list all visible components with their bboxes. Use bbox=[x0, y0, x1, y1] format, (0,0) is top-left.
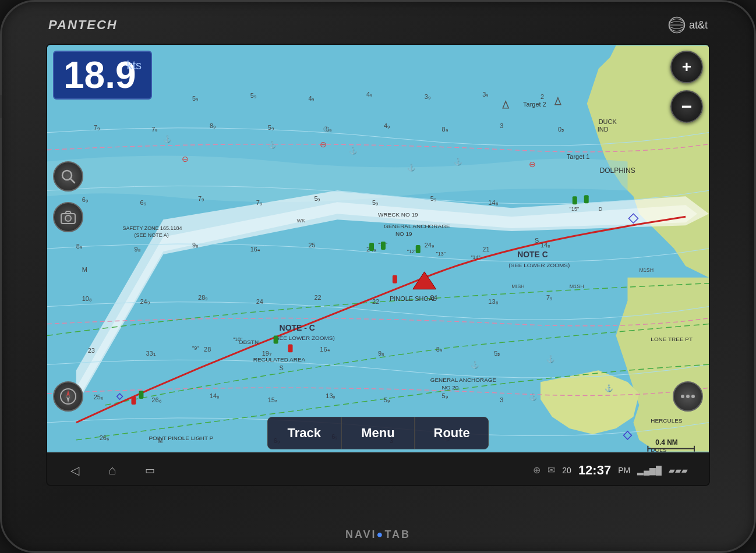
svg-text:NOTE C: NOTE C bbox=[517, 250, 548, 259]
svg-text:"15": "15" bbox=[570, 206, 579, 212]
svg-text:5₉: 5₉ bbox=[372, 199, 378, 206]
svg-text:2: 2 bbox=[540, 93, 544, 100]
track-button[interactable]: Track bbox=[267, 417, 341, 449]
route-button[interactable]: Route bbox=[415, 417, 489, 449]
svg-text:7₉: 7₉ bbox=[94, 124, 100, 131]
svg-text:23: 23 bbox=[88, 347, 95, 354]
svg-text:4₉: 4₉ bbox=[366, 91, 372, 98]
svg-rect-128 bbox=[274, 335, 278, 343]
android-navigation: ◁ ⌂ ▭ bbox=[70, 463, 155, 478]
battery-icon: ▰▰▰ bbox=[669, 466, 688, 475]
svg-text:15₂: 15₂ bbox=[268, 396, 277, 403]
screen: 5₉ 5₉ 5₉ 4₉ 4₉ 3₉ 3₉ 2 7₉ 7₉ 8₉ 5₉ 5₉ 4₉… bbox=[46, 44, 710, 486]
svg-text:(SEE LOWER ZOOMS): (SEE LOWER ZOOMS) bbox=[274, 335, 335, 341]
svg-text:10₈: 10₈ bbox=[82, 295, 92, 302]
svg-text:7₉: 7₉ bbox=[256, 199, 262, 206]
svg-text:24₉: 24₉ bbox=[140, 298, 149, 305]
svg-text:"10": "10" bbox=[233, 336, 242, 342]
svg-point-146 bbox=[65, 215, 71, 221]
svg-text:⚓: ⚓ bbox=[546, 355, 555, 363]
svg-text:⊕: ⊕ bbox=[323, 124, 330, 133]
svg-text:⚓: ⚓ bbox=[407, 163, 416, 172]
svg-rect-127 bbox=[584, 195, 589, 203]
svg-text:S: S bbox=[280, 364, 284, 371]
svg-text:DUCK: DUCK bbox=[599, 118, 617, 125]
svg-text:⚓: ⚓ bbox=[163, 134, 172, 143]
svg-point-151 bbox=[686, 395, 690, 398]
svg-text:⚓: ⚓ bbox=[529, 392, 538, 401]
svg-text:22: 22 bbox=[314, 294, 321, 301]
svg-point-150 bbox=[681, 395, 684, 398]
svg-text:8₉: 8₉ bbox=[76, 243, 82, 250]
home-button[interactable]: ⌂ bbox=[108, 463, 116, 478]
volume-button[interactable] bbox=[0, 95, 2, 118]
svg-text:22: 22 bbox=[372, 298, 379, 305]
menu-dots-button[interactable] bbox=[673, 381, 703, 412]
svg-text:5₉: 5₉ bbox=[442, 392, 448, 399]
svg-text:WK: WK bbox=[296, 218, 305, 224]
svg-text:4₉: 4₉ bbox=[384, 122, 390, 129]
svg-text:26₆: 26₆ bbox=[151, 396, 161, 403]
svg-rect-129 bbox=[139, 391, 143, 399]
svg-text:"12": "12" bbox=[407, 249, 416, 254]
svg-text:GENERAL ANCHORAGE: GENERAL ANCHORAGE bbox=[430, 377, 497, 383]
search-icon bbox=[60, 168, 76, 185]
svg-text:8₉: 8₉ bbox=[210, 122, 216, 129]
svg-text:14₈: 14₈ bbox=[540, 242, 550, 249]
map-area[interactable]: 5₉ 5₉ 5₉ 4₉ 4₉ 3₉ 3₉ 2 7₉ 7₉ 8₉ 5₉ 5₉ 4₉… bbox=[47, 45, 709, 452]
svg-text:WRECK  NO 19: WRECK NO 19 bbox=[378, 211, 418, 218]
dots-menu-icon bbox=[679, 388, 697, 405]
svg-text:5₉: 5₉ bbox=[430, 195, 436, 202]
svg-text:DOLPHINS: DOLPHINS bbox=[600, 166, 635, 175]
zoom-out-button[interactable]: − bbox=[670, 90, 703, 123]
svg-rect-124 bbox=[381, 242, 386, 250]
gps-icon: ⊕ bbox=[533, 465, 540, 476]
svg-text:⚓: ⚓ bbox=[268, 140, 277, 149]
svg-text:0.4 NM: 0.4 NM bbox=[655, 438, 678, 446]
svg-marker-148 bbox=[66, 390, 70, 396]
svg-text:REGULATED AREA: REGULATED AREA bbox=[253, 356, 306, 363]
svg-text:Target 2: Target 2 bbox=[523, 101, 546, 108]
svg-rect-130 bbox=[393, 275, 397, 283]
svg-text:25: 25 bbox=[308, 242, 315, 249]
back-button[interactable]: ◁ bbox=[70, 463, 79, 477]
speed-unit: kts bbox=[126, 59, 142, 72]
svg-rect-126 bbox=[573, 196, 577, 204]
svg-text:28₉: 28₉ bbox=[198, 294, 207, 301]
svg-text:9₈: 9₈ bbox=[134, 246, 140, 253]
svg-text:(SEE NOTE A): (SEE NOTE A) bbox=[134, 232, 168, 238]
android-nav-bar: ◁ ⌂ ▭ ⊕ ✉ 20 12:37 PM ▂▄▆█ ▰▰▰ bbox=[47, 452, 710, 486]
svg-text:16₄: 16₄ bbox=[250, 246, 260, 253]
svg-text:6₉: 6₉ bbox=[140, 199, 146, 206]
tablet-device: PANTECH at&t bbox=[0, 0, 756, 553]
menu-button[interactable]: Menu bbox=[341, 417, 415, 449]
svg-text:POINT PINOLE LIGHT P: POINT PINOLE LIGHT P bbox=[149, 435, 213, 441]
svg-rect-125 bbox=[416, 245, 421, 253]
clock: 12:37 bbox=[578, 463, 611, 478]
svg-text:5₉: 5₉ bbox=[192, 95, 198, 102]
svg-text:IND: IND bbox=[598, 126, 609, 133]
status-bar: ⊕ ✉ 20 12:37 PM ▂▄▆█ ▰▰▰ bbox=[533, 463, 688, 478]
svg-text:5₉: 5₉ bbox=[384, 396, 390, 403]
svg-point-152 bbox=[691, 395, 695, 398]
compass-button[interactable] bbox=[53, 381, 83, 412]
svg-text:SAFETY ZONE 165.1184: SAFETY ZONE 165.1184 bbox=[123, 225, 182, 231]
svg-text:13₈: 13₈ bbox=[326, 392, 335, 399]
svg-text:25₆: 25₆ bbox=[94, 394, 104, 400]
camera-button[interactable] bbox=[53, 202, 83, 232]
svg-text:HERCULES: HERCULES bbox=[651, 417, 683, 424]
svg-text:⚓: ⚓ bbox=[605, 384, 613, 392]
svg-text:"9": "9" bbox=[192, 345, 199, 351]
svg-text:NO 19: NO 19 bbox=[395, 231, 412, 237]
svg-text:24₉: 24₉ bbox=[425, 242, 434, 249]
svg-rect-131 bbox=[288, 344, 293, 352]
zoom-in-button[interactable]: + bbox=[670, 51, 703, 83]
svg-text:(SEE LOWER ZOOMS): (SEE LOWER ZOOMS) bbox=[508, 262, 570, 268]
svg-text:9₈: 9₈ bbox=[378, 350, 384, 357]
notification-count: 20 bbox=[562, 466, 571, 475]
signal-icon: ▂▄▆█ bbox=[637, 466, 662, 475]
recent-apps-button[interactable]: ▭ bbox=[145, 464, 155, 477]
search-button[interactable] bbox=[53, 161, 83, 192]
svg-text:26₆: 26₆ bbox=[100, 434, 109, 441]
svg-text:⊖: ⊖ bbox=[320, 140, 327, 149]
